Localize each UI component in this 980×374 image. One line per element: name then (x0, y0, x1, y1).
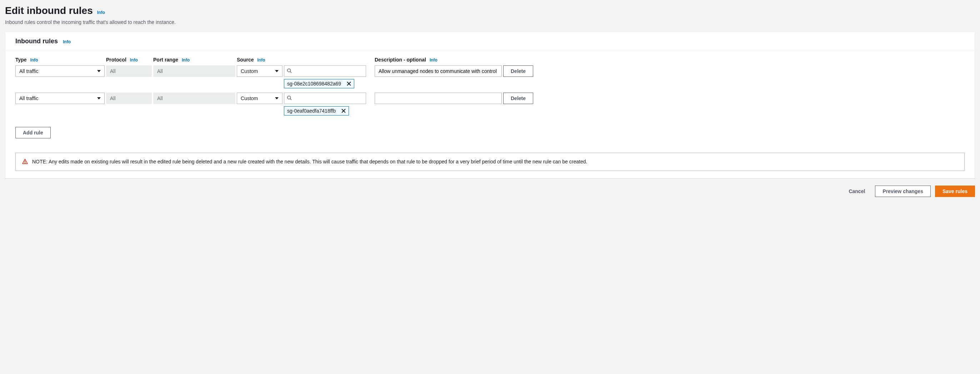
source-search-input[interactable] (284, 66, 366, 77)
source-mode-value: Custom (241, 68, 258, 74)
preview-changes-button[interactable]: Preview changes (875, 185, 931, 197)
svg-point-9 (25, 163, 25, 163)
description-input[interactable] (375, 66, 502, 77)
port-range-field: All (153, 93, 235, 104)
source-search-wrap (284, 93, 366, 104)
col-description: Description - optional Info (375, 57, 502, 66)
alert-box: NOTE: Any edits made on existing rules w… (15, 153, 965, 171)
col-source-label: Source (237, 57, 254, 62)
source-search-wrap (284, 66, 366, 77)
col-protocol-info[interactable]: Info (130, 58, 138, 62)
description-cell (375, 66, 502, 77)
caret-down-icon (275, 97, 278, 99)
col-type-info[interactable]: Info (30, 58, 38, 62)
remove-sg-tag-icon[interactable] (347, 82, 351, 86)
rules-header-row: Type Info Protocol Info Port range Info … (15, 57, 965, 66)
source-mode-select[interactable]: Custom (237, 93, 283, 104)
col-description-label: Description - optional (375, 57, 426, 62)
col-type: Type Info (15, 57, 105, 66)
col-source-info[interactable]: Info (257, 58, 265, 62)
add-rule-wrap: Add rule (5, 127, 975, 145)
delete-button[interactable]: Delete (503, 93, 533, 104)
search-icon (287, 96, 292, 102)
remove-sg-tag-icon[interactable] (341, 109, 346, 113)
description-input[interactable] (375, 93, 502, 104)
page-title-row: Edit inbound rules Info (5, 5, 975, 16)
caret-down-icon (97, 70, 101, 72)
col-type-label: Type (15, 57, 27, 62)
source-sg-tag-label: sg-0eaf0aedfa7418ffb (287, 108, 336, 114)
type-select-value: All traffic (19, 68, 38, 74)
alert-text: NOTE: Any edits made on existing rules w… (32, 158, 587, 166)
protocol-value: All (110, 96, 116, 101)
page-header: Edit inbound rules Info Inbound rules co… (0, 0, 980, 32)
caret-down-icon (97, 97, 101, 99)
svg-point-0 (288, 69, 291, 72)
delete-cell: Delete (503, 66, 532, 77)
panel-title: Inbound rules (15, 38, 58, 45)
col-port-range: Port range Info (153, 57, 235, 66)
cancel-button[interactable]: Cancel (843, 186, 871, 196)
source-cell: sg-08e2c108698482a69 (284, 66, 373, 88)
protocol-field: All (106, 66, 152, 77)
warning-icon (22, 159, 28, 166)
type-select[interactable]: All traffic (15, 66, 105, 77)
source-mode-select[interactable]: Custom (237, 66, 283, 77)
svg-point-4 (288, 96, 291, 99)
svg-line-1 (290, 72, 292, 73)
source-search-input[interactable] (284, 93, 366, 104)
save-rules-button[interactable]: Save rules (935, 185, 975, 197)
panel-header: Inbound rules Info (5, 32, 975, 51)
page-description: Inbound rules control the incoming traff… (5, 19, 975, 25)
description-cell (375, 93, 502, 104)
page-title-info-link[interactable]: Info (97, 10, 105, 15)
delete-cell: Delete (503, 93, 532, 104)
rule-row: All traffic All All Custom (15, 66, 965, 88)
col-port-range-label: Port range (153, 57, 178, 62)
panel-info-link[interactable]: Info (63, 39, 71, 44)
source-cell: sg-0eaf0aedfa7418ffb (284, 93, 373, 115)
caret-down-icon (275, 70, 278, 72)
search-icon (287, 68, 292, 74)
type-select[interactable]: All traffic (15, 93, 105, 104)
col-protocol: Protocol Info (106, 57, 152, 66)
type-select-value: All traffic (19, 96, 38, 101)
port-range-field: All (153, 66, 235, 77)
col-source: Source Info (237, 57, 283, 66)
protocol-field: All (106, 93, 152, 104)
protocol-value: All (110, 68, 116, 74)
col-port-range-info[interactable]: Info (182, 58, 189, 62)
rules-grid: Type Info Protocol Info Port range Info … (5, 51, 975, 127)
page-title: Edit inbound rules (5, 5, 93, 16)
source-sg-tag-label: sg-08e2c108698482a69 (287, 81, 341, 86)
svg-line-5 (290, 99, 292, 100)
rule-row: All traffic All All Custom (15, 93, 965, 115)
port-range-value: All (157, 96, 163, 101)
source-mode-value: Custom (241, 96, 258, 101)
delete-button[interactable]: Delete (503, 66, 533, 77)
source-sg-tag: sg-0eaf0aedfa7418ffb (284, 106, 349, 115)
col-description-info[interactable]: Info (430, 58, 438, 62)
source-sg-tag: sg-08e2c108698482a69 (284, 79, 354, 88)
inbound-rules-panel: Inbound rules Info Type Info Protocol In… (5, 32, 975, 178)
col-protocol-label: Protocol (106, 57, 126, 62)
port-range-value: All (157, 68, 163, 74)
footer-actions: Cancel Preview changes Save rules (0, 178, 980, 204)
add-rule-button[interactable]: Add rule (15, 127, 51, 138)
